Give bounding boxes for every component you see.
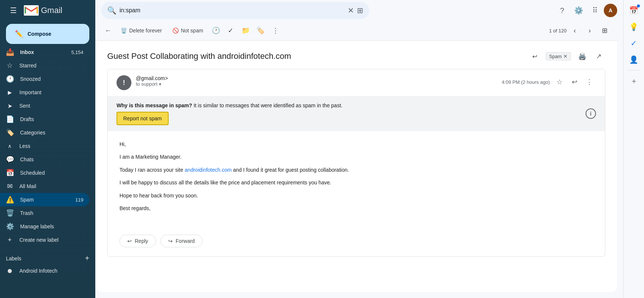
spam-warning-content: Why is this message in spam? It is simil…: [117, 102, 342, 125]
body-details: I will be happy to discuss all the detai…: [119, 178, 593, 187]
create-label-icon: +: [6, 236, 13, 244]
prev-email-button[interactable]: ‹: [568, 24, 581, 37]
important-icon: ▶: [6, 89, 13, 95]
to-dropdown-icon: ▾: [159, 82, 161, 87]
reply-button-bottom[interactable]: ↩ Reply: [119, 235, 156, 247]
reply-area: ↩ Reply ↪ Forward: [108, 226, 605, 256]
sidebar-item-label: Snoozed: [20, 76, 83, 82]
sidebar-item-label: Chats: [20, 156, 83, 162]
contacts-icon: 👤: [629, 55, 638, 64]
print-button[interactable]: 🖨️: [576, 50, 589, 63]
compose-label: Compose: [28, 31, 51, 37]
search-clear-icon[interactable]: ✕: [348, 6, 354, 15]
move-to-button[interactable]: 📁: [239, 24, 252, 37]
body-regards: Best regards,: [119, 204, 593, 212]
spam-badge: Spam ✕: [546, 52, 571, 60]
sidebar-item-sent[interactable]: ➤ Sent: [0, 99, 89, 112]
email-toolbar: ← 🗑️ Delete forever 🚫 Not spam 🕐 ✓ 📁 🏷️ …: [95, 21, 617, 41]
google-calendar-button[interactable]: 📅: [627, 3, 641, 18]
more-button[interactable]: ⋮: [269, 24, 282, 37]
drafts-icon: 📄: [6, 115, 14, 123]
sidebar-item-android-infotech[interactable]: ⚪ Android Infotech: [0, 264, 89, 278]
apps-button[interactable]: ⠿: [587, 3, 602, 18]
delete-forever-button[interactable]: 🗑️ Delete forever: [116, 25, 166, 36]
spam-info-icon[interactable]: i: [586, 108, 596, 119]
sidebar-item-less[interactable]: ∧ Less: [0, 139, 89, 153]
back-button[interactable]: ←: [101, 24, 115, 37]
not-spam-button[interactable]: 🚫 Not spam: [168, 25, 208, 36]
search-options-icon[interactable]: ⊞: [357, 6, 363, 15]
gmail-m-icon: [24, 5, 39, 16]
sidebar: ☰ Gmail ✏️ Compose 📥 Inbox 5,154 ☆ Starr…: [0, 0, 95, 298]
compose-button[interactable]: ✏️ Compose: [6, 24, 89, 44]
reply-button[interactable]: ↩: [568, 75, 581, 89]
sidebar-item-create-new-label[interactable]: + Create new label: [0, 233, 89, 247]
more-actions-button[interactable]: ⋮: [583, 75, 596, 89]
view-options-button[interactable]: ⊞: [598, 24, 611, 37]
sidebar-header: ☰ Gmail: [0, 0, 95, 21]
report-not-spam-button[interactable]: Report not spam: [117, 112, 169, 125]
forward-subject-icon[interactable]: ↩: [528, 50, 541, 63]
email-action-buttons: ☆ ↩ ⋮: [553, 75, 596, 89]
sidebar-item-label: Starred: [19, 63, 83, 69]
body-hear-back: Hope to hear back from you soon.: [119, 191, 593, 200]
less-icon: ∧: [6, 143, 13, 149]
sidebar-item-manage-labels[interactable]: ⚙️ Manage labels: [0, 220, 89, 233]
sidebar-item-label: Create new label: [19, 237, 83, 243]
pagination-text: 1 of 120: [549, 28, 567, 34]
sidebar-item-snoozed[interactable]: 🕐 Snoozed: [0, 72, 89, 86]
categories-icon: 🏷️: [6, 129, 14, 137]
sidebar-item-label: Inbox: [20, 49, 65, 55]
tasks-button[interactable]: ✓: [627, 36, 641, 51]
hamburger-menu[interactable]: ☰: [6, 3, 21, 18]
sidebar-item-scheduled[interactable]: 📅 Scheduled: [0, 166, 89, 180]
subject-action-icons: 🖨️ ↗: [576, 50, 605, 63]
star-button[interactable]: ☆: [553, 75, 566, 89]
labels-button[interactable]: 🏷️: [254, 24, 267, 37]
spam-icon: ⚠️: [6, 196, 14, 204]
sidebar-item-label: Trash: [20, 210, 83, 216]
chats-icon: 💬: [6, 155, 14, 164]
forward-button-bottom[interactable]: ↪ Forward: [160, 235, 203, 247]
spam-warning-banner: Why is this message in spam? It is simil…: [108, 96, 605, 131]
next-email-button[interactable]: ›: [583, 24, 596, 37]
trash-icon: 🗑️: [6, 209, 14, 217]
add-apps-button[interactable]: ＋: [627, 73, 641, 88]
labels-section-header: Labels +: [0, 251, 95, 264]
not-spam-icon: 🚫: [172, 28, 179, 34]
help-button[interactable]: ?: [555, 3, 570, 18]
google-keep-button[interactable]: 💡: [627, 19, 641, 34]
body-site: Today I ran across your site androidinfo…: [119, 166, 593, 174]
starred-icon: ☆: [6, 61, 13, 70]
sidebar-item-important[interactable]: ▶ Important: [0, 86, 89, 99]
spam-count: 119: [75, 197, 83, 203]
new-window-button[interactable]: ↗: [592, 50, 605, 63]
spam-badge-close[interactable]: ✕: [563, 53, 568, 59]
sidebar-item-starred[interactable]: ☆ Starred: [0, 59, 89, 72]
add-label-button[interactable]: +: [85, 254, 89, 263]
sender-to[interactable]: to support ▾: [136, 81, 497, 87]
sidebar-item-chats[interactable]: 💬 Chats: [0, 153, 89, 166]
sidebar-item-inbox[interactable]: 📥 Inbox 5,154: [0, 45, 89, 59]
sidebar-item-allmail[interactable]: ✉ All Mail: [0, 180, 89, 193]
site-link[interactable]: androidinfotech.com: [185, 167, 232, 173]
snooze-button[interactable]: 🕐: [209, 24, 223, 37]
sidebar-item-spam[interactable]: ⚠️ Spam 119: [0, 193, 89, 206]
sidebar-item-label: Android Infotech: [19, 268, 83, 274]
settings-button[interactable]: ⚙️: [571, 3, 586, 18]
email-header: ! @gmail.com> to support ▾ 4:09 PM (2 ho…: [108, 69, 605, 96]
sidebar-item-label: All Mail: [19, 183, 83, 189]
add-to-tasks-button[interactable]: ✓: [224, 24, 237, 37]
search-icon[interactable]: 🔍: [107, 6, 117, 15]
search-input[interactable]: [119, 7, 345, 14]
allmail-icon: ✉: [6, 182, 13, 190]
spam-warning-text: Why is this message in spam? It is simil…: [117, 102, 342, 108]
sidebar-item-categories[interactable]: 🏷️ Categories: [0, 126, 89, 139]
contacts-button[interactable]: 👤: [627, 52, 641, 67]
main-content: 🔍 ✕ ⊞ ? ⚙️ ⠿ A ← 🗑️ Delete forever 🚫 Not…: [95, 0, 623, 298]
inbox-icon: 📥: [6, 48, 14, 56]
sidebar-item-drafts[interactable]: 📄 Drafts: [0, 112, 89, 126]
scheduled-icon: 📅: [6, 169, 14, 177]
avatar[interactable]: A: [604, 4, 617, 17]
sidebar-item-trash[interactable]: 🗑️ Trash: [0, 206, 89, 220]
